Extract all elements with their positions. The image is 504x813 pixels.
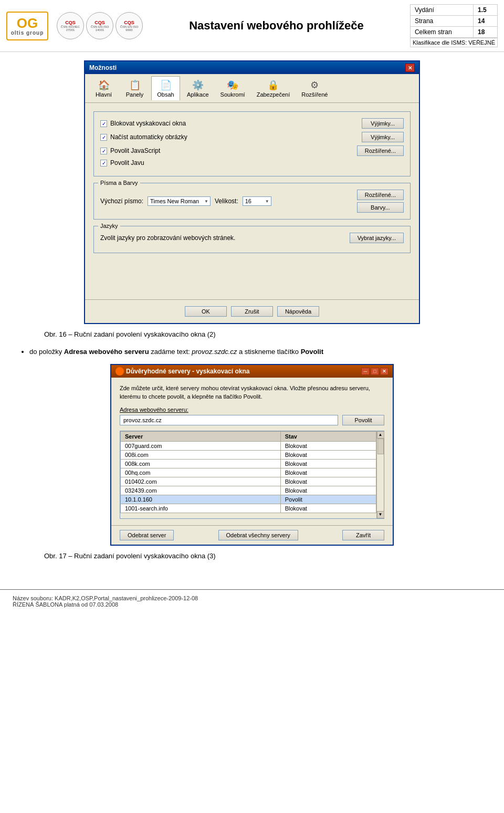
table-row: Blokovat	[280, 477, 376, 486]
btn-rozsirene-font[interactable]: Rozšířené...	[357, 190, 404, 200]
tab-zabezpeceni[interactable]: 🔒 Zabezpečení	[252, 76, 295, 100]
jazyky-section: Jazyky Zvolit jazyky pro zobrazování web…	[93, 226, 411, 253]
table-row: Blokovat	[280, 459, 376, 468]
tab-panely[interactable]: 📋 Panely	[120, 76, 149, 100]
jazyky-title: Jazyky	[98, 223, 120, 229]
caption-2: Obr. 17 – Ruční zadaní povolení vyskakov…	[44, 552, 491, 560]
table-row: 032439.com	[121, 486, 281, 495]
soukromi-icon: 🎭	[225, 79, 240, 91]
btn-vybrat-jazyky[interactable]: Vybrat jazyky...	[350, 233, 404, 243]
pisma-title: Písma a Barvy	[98, 180, 140, 186]
table-row: 008k.com	[121, 459, 281, 468]
font-select[interactable]: Times New Roman	[148, 196, 211, 206]
size-select[interactable]: 16	[243, 196, 271, 206]
moznosti-dialog: Možnosti ✕ 🏠 Hlavní 📋 Panely 📄 Obsah ⚙️ …	[84, 60, 420, 324]
titlebar2-controls: ─ □ ✕	[361, 368, 388, 375]
table-row: 1001-search.info	[121, 504, 281, 513]
celkem-label: Celkem stran	[411, 27, 474, 38]
tab-obsah[interactable]: 📄 Obsah	[151, 76, 180, 100]
servers-table-wrap: Server Stav 007guard.comBlokovat008i.com…	[120, 431, 384, 519]
body-prefix: do položky	[29, 348, 64, 356]
btn-napoveda[interactable]: Nápověda	[277, 306, 319, 317]
table-row: Blokovat	[280, 486, 376, 495]
duveryhodne-titlebar: Důvěryhodné servery - vyskakovací okna ─…	[111, 365, 393, 378]
btn-vyjimky-1[interactable]: Výjimky...	[362, 118, 404, 129]
footer-line2: ŘÍZENÁ ŠABLONA platná od 07.03.2008	[13, 601, 491, 608]
body-middle: zadáme text:	[149, 348, 192, 356]
table-row: 010402.com	[121, 477, 281, 486]
velikost-label: Velikost:	[215, 197, 238, 205]
checkbox-javascript-label: Povolit JavaScript	[110, 147, 160, 154]
size-select-wrap: 16	[243, 196, 271, 206]
moznosti-title: Možnosti	[89, 64, 117, 71]
checkbox-row-4: ✓ Povolit Javu	[100, 159, 404, 166]
btn-odebrat-server[interactable]: Odebrat server	[120, 530, 174, 540]
btn-ok[interactable]: OK	[185, 306, 227, 317]
checkbox-nacist[interactable]: ✓	[100, 134, 107, 141]
caption-1: Obr. 16 – Ruční zadaní povolení vyskakov…	[44, 330, 491, 338]
main-content: Možnosti ✕ 🏠 Hlavní 📋 Panely 📄 Obsah ⚙️ …	[0, 52, 504, 577]
tab-soukromi[interactable]: 🎭 Soukromí	[216, 76, 250, 100]
address-row: Povolit	[120, 415, 384, 425]
btn-odebrat-vsechny[interactable]: Odebrat všechny servery	[218, 530, 298, 540]
cert-badge-2: CQS ČSN EN ISO 14001	[86, 12, 113, 39]
tab-obsah-label: Obsah	[157, 91, 174, 98]
checkboxes-section: ✓ Blokovat vyskakovací okna Výjimky... ✓…	[93, 111, 411, 176]
pisma-section: Písma a Barvy Výchozí písmo: Times New R…	[93, 183, 411, 220]
btn-barvy[interactable]: Barvy...	[357, 202, 404, 213]
obsah-icon: 📄	[159, 79, 173, 91]
jazyky-label: Zvolit jazyky pro zobrazování webových s…	[100, 234, 235, 242]
col-stav: Stav	[280, 431, 376, 441]
btn-rozsirene-js[interactable]: Rozšířené...	[357, 145, 404, 156]
minimize-btn[interactable]: ─	[361, 368, 370, 375]
table-row: 00hq.com	[121, 468, 281, 477]
btn-povolit-dialog2[interactable]: Povolit	[342, 415, 384, 425]
table-row: Povolit	[280, 495, 376, 504]
aplikace-icon: ⚙️	[191, 79, 205, 91]
oltis-logo: OG oltis group	[6, 12, 48, 40]
checkbox-java-label: Povolit Javu	[110, 159, 144, 166]
duveryhodne-desc: Zde můžete určit, které servery mohou ot…	[120, 384, 384, 401]
strana-label: Strana	[411, 16, 474, 27]
tab-hlavni-label: Hlavní	[96, 91, 112, 98]
table-row: Blokovat	[280, 504, 376, 513]
checkbox-blokovat[interactable]: ✓	[100, 120, 107, 127]
address-input[interactable]	[120, 415, 338, 425]
moznosti-titlebar: Možnosti ✕	[85, 61, 419, 74]
page-header: OG oltis group CQS ČSN ISO/IEC 27001 CQS…	[0, 0, 504, 52]
restore-btn[interactable]: □	[371, 368, 379, 375]
cert-badge-3: CQS ČSN EN ISO 9000	[116, 12, 143, 39]
table-row: Blokovat	[280, 450, 376, 459]
moznosti-body: ✓ Blokovat vyskakovací okna Výjimky... ✓…	[85, 103, 419, 299]
scroll-track	[377, 439, 384, 511]
checkbox-javascript[interactable]: ✓	[100, 148, 107, 154]
checkbox-row-2: ✓ Načíst automaticky obrázky Výjimky...	[100, 132, 404, 142]
body-italic1: provoz.szdc.cz	[192, 348, 237, 356]
tab-aplikace[interactable]: ⚙️ Aplikace	[182, 76, 214, 100]
moznosti-footer: OK Zrušit Nápověda	[85, 299, 419, 323]
checkbox-row-3: ✓ Povolit JavaScript Rozšířené...	[100, 145, 404, 156]
tab-aplikace-label: Aplikace	[187, 91, 209, 98]
vydani-value: 1.5	[473, 5, 497, 16]
table-row: Blokovat	[280, 468, 376, 477]
duveryhodne-body: Zde můžete určit, které servery mohou ot…	[111, 378, 393, 525]
tab-zabezpeceni-label: Zabezpečení	[257, 91, 290, 98]
scroll-up[interactable]: ▲	[377, 431, 384, 439]
body-bold2: Povolit	[301, 348, 323, 356]
font-buttons: Rozšířené... Barvy...	[357, 190, 404, 213]
table-scrollbar[interactable]: ▲ ▼	[376, 431, 384, 518]
close-btn2[interactable]: ✕	[380, 368, 388, 375]
tab-hlavni[interactable]: 🏠 Hlavní	[89, 76, 118, 100]
table-row: 008i.com	[121, 450, 281, 459]
btn-zrusit[interactable]: Zrušit	[231, 306, 273, 317]
moznosti-close-btn[interactable]: ✕	[405, 64, 415, 72]
duveryhodne-dialog: Důvěryhodné servery - vyskakovací okna ─…	[110, 364, 394, 546]
scroll-thumb[interactable]	[377, 439, 384, 454]
btn-vyjimky-2[interactable]: Výjimky...	[362, 132, 404, 142]
scroll-down[interactable]: ▼	[377, 511, 384, 518]
btn-zavrit[interactable]: Zavřít	[342, 530, 384, 540]
checkbox-java[interactable]: ✓	[100, 160, 107, 166]
vydani-label: Vydání	[411, 5, 474, 16]
body-text-1: do položky Adresa webového serveru zadám…	[13, 347, 491, 358]
tab-rozsirene[interactable]: ⚙ Rozšířené	[297, 76, 332, 100]
